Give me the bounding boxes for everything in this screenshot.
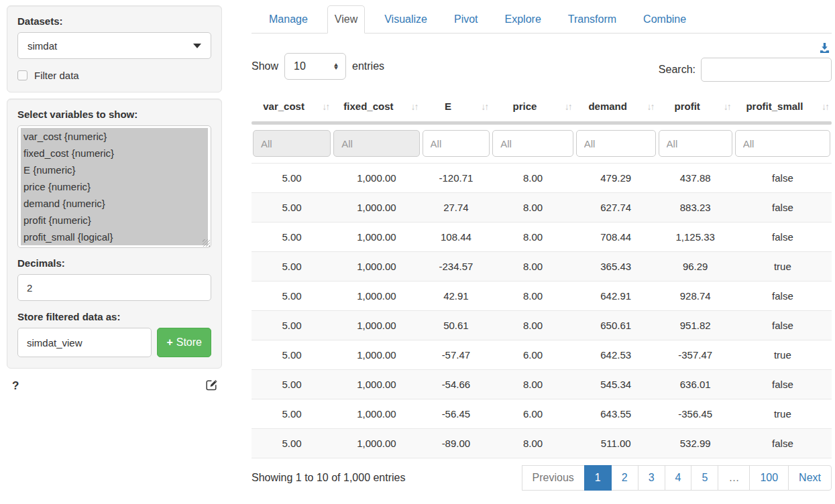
table-row[interactable]: 5.001,000.00-57.476.00642.53-357.47true [252, 340, 832, 370]
table-cell: 951.82 [657, 311, 734, 340]
table-row[interactable]: 5.001,000.00108.448.00708.441,125.33fals… [252, 223, 832, 252]
pagination-link[interactable]: 5 [691, 465, 718, 491]
nav-tab: Transform [561, 5, 624, 34]
store-button-label: Store [176, 336, 202, 348]
search-row: Search: [659, 58, 832, 82]
table-row[interactable]: 5.001,000.00-89.008.00511.00532.99false [252, 429, 832, 458]
table-row[interactable]: 5.001,000.00-120.718.00479.29437.88false [252, 164, 832, 193]
table-row[interactable]: 5.001,000.00-234.578.00365.4396.29true [252, 252, 832, 281]
variable-option[interactable]: price {numeric} [21, 178, 208, 195]
column-filter-input[interactable] [333, 130, 419, 157]
sort-icon: ↓↑ [822, 101, 828, 112]
table-cell: -120.71 [421, 164, 492, 193]
variable-option[interactable]: var_cost {numeric} [21, 128, 208, 145]
table-cell: 6.00 [491, 399, 575, 429]
table-cell: 642.91 [575, 281, 657, 311]
pagination: Previous 1 2 3 4 [522, 465, 832, 491]
column-filter-input[interactable] [492, 130, 573, 157]
column-header-label: fixed_cost [343, 101, 393, 112]
table-row[interactable]: 5.001,000.00-56.456.00643.55-356.45true [252, 399, 832, 429]
variable-option[interactable]: fixed_cost {numeric} [21, 145, 208, 162]
nav-tab-link[interactable]: Visualize [377, 5, 435, 34]
nav-tab-link[interactable]: Combine [636, 5, 693, 34]
table-cell: 437.88 [657, 164, 734, 193]
pagination-item: Previous [522, 465, 585, 491]
column-header[interactable]: E ↓↑ [421, 92, 492, 121]
pagination-link[interactable]: 3 [638, 465, 665, 491]
table-cell: 636.01 [657, 370, 734, 399]
nav-tab-link[interactable]: View [327, 5, 365, 34]
table-row[interactable]: 5.001,000.0027.748.00627.74883.23false [252, 193, 832, 223]
column-header-label: E [445, 101, 451, 112]
help-icon[interactable]: ? [12, 379, 19, 393]
table-cell: 5.00 [252, 399, 332, 429]
table-cell: false [734, 281, 832, 311]
column-header[interactable]: fixed_cost ↓↑ [332, 92, 421, 121]
table-cell: 8.00 [491, 252, 575, 281]
table-cell: 8.00 [491, 311, 575, 340]
table-cell: 8.00 [491, 164, 575, 193]
table-cell: 5.00 [252, 281, 332, 311]
column-filter-input[interactable] [576, 130, 656, 157]
column-filter-input[interactable] [659, 130, 732, 157]
edit-report-icon[interactable] [205, 379, 218, 393]
nav-tab: Pivot [447, 5, 486, 34]
table-cell: 1,000.00 [332, 429, 421, 458]
pagination-link[interactable]: 100 [749, 465, 789, 491]
column-header[interactable]: price ↓↑ [491, 92, 575, 121]
pagination-link[interactable]: Next [788, 465, 832, 491]
store-button[interactable]: +Store [157, 328, 211, 357]
sort-icon: ↓↑ [411, 101, 418, 112]
resize-handle[interactable] [203, 239, 210, 247]
decimals-input[interactable] [17, 274, 211, 301]
column-filter-input[interactable] [735, 130, 830, 157]
variable-option[interactable]: demand {numeric} [21, 195, 208, 212]
column-header[interactable]: profit_small ↓↑ [734, 92, 832, 121]
table-cell: true [734, 340, 832, 370]
pagination-link[interactable]: … [718, 465, 750, 491]
table-row[interactable]: 5.001,000.0050.618.00650.61951.82false [252, 311, 832, 340]
table-cell: -356.45 [657, 399, 734, 429]
pagination-link[interactable]: 4 [665, 465, 692, 491]
variable-option[interactable]: E {numeric} [21, 162, 208, 178]
table-cell: false [734, 311, 832, 340]
page-length-select[interactable]: 10 ▲▼ [284, 53, 346, 80]
filter-cell [421, 125, 492, 164]
variable-option[interactable]: profit {numeric} [21, 212, 208, 229]
store-name-input[interactable] [17, 328, 152, 357]
column-header[interactable]: demand ↓↑ [575, 92, 657, 121]
column-filter-input[interactable] [253, 130, 331, 157]
dataset-select[interactable]: simdat [17, 32, 211, 59]
table-cell: 8.00 [491, 370, 575, 399]
table-row[interactable]: 5.001,000.0042.918.00642.91928.74false [252, 281, 832, 311]
column-header[interactable]: var_cost ↓↑ [252, 92, 332, 121]
pagination-link[interactable]: 1 [584, 465, 612, 491]
pagination-link[interactable]: Previous [522, 465, 585, 491]
table-cell: 5.00 [252, 429, 332, 458]
table-cell: true [734, 399, 832, 429]
sort-icon: ↓↑ [322, 101, 329, 112]
pagination-item: 1 [585, 465, 612, 491]
column-header-label: price [513, 101, 537, 112]
table-cell: 1,000.00 [332, 399, 421, 429]
filter-data-checkbox[interactable] [17, 70, 27, 80]
filter-cell [734, 125, 832, 164]
column-filter-input[interactable] [423, 130, 490, 157]
table-cell: 50.61 [421, 311, 492, 340]
column-header[interactable]: profit ↓↑ [657, 92, 734, 121]
data-table: var_cost ↓↑ fixed_cost ↓↑ E ↓↑ [252, 92, 832, 458]
nav-tab-link[interactable]: Transform [561, 5, 624, 34]
pagination-link[interactable]: 2 [611, 465, 638, 491]
nav-tab: Explore [498, 5, 549, 34]
app-root: Datasets: simdat Filter data Select vari… [0, 0, 835, 504]
variables-label: Select variables to show: [17, 109, 211, 120]
download-icon[interactable] [819, 42, 830, 56]
nav-tab-link[interactable]: Pivot [447, 5, 486, 34]
main-content: Manage View Visualize Pivot Explore [231, 0, 835, 504]
variable-option[interactable]: profit_small {logical} [21, 229, 208, 245]
nav-tab-link[interactable]: Manage [262, 5, 315, 34]
nav-tab-link[interactable]: Explore [498, 5, 549, 34]
table-row[interactable]: 5.001,000.00-54.668.00545.34636.01false [252, 370, 832, 399]
search-input[interactable] [701, 58, 832, 82]
pagination-item: 3 [638, 465, 665, 491]
